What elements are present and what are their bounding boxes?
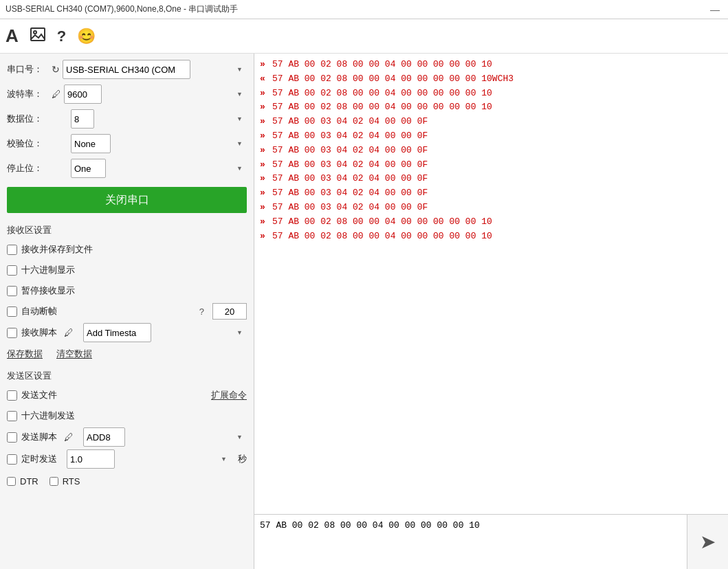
log-arrow: » (260, 144, 269, 158)
stopbits-select-wrapper: One (71, 159, 247, 178)
log-content: 57 AB 00 02 08 00 00 04 00 00 00 00 00 1… (272, 72, 514, 87)
log-arrow: « (260, 72, 269, 87)
stopbits-label: 停止位： (7, 162, 52, 175)
refresh-icon[interactable]: ↻ (52, 64, 60, 75)
send-file-label: 发送文件 (21, 389, 57, 401)
rts-checkbox[interactable] (49, 477, 58, 486)
save-to-file-checkbox[interactable] (7, 245, 17, 255)
log-line: »57 AB 00 02 08 00 00 04 00 00 00 00 00 … (260, 230, 723, 244)
dtr-label: DTR (20, 476, 38, 487)
svg-point-1 (34, 31, 36, 34)
log-arrow: » (260, 172, 269, 186)
receive-script-select[interactable]: Add Timesta (83, 323, 151, 342)
send-input[interactable] (254, 515, 687, 569)
timed-send-input-wrapper (67, 449, 231, 469)
send-file-row: 发送文件 扩展命令 (7, 386, 247, 404)
port-row: 串口号： ↻ USB-SERIAL CH340 (COM (7, 59, 247, 80)
minimize-button[interactable]: — (707, 4, 723, 15)
log-content: 57 AB 00 02 08 00 00 04 00 00 00 00 00 1… (272, 100, 492, 115)
send-script-select[interactable]: ADD8 (83, 427, 125, 447)
close-port-button[interactable]: 关闭串口 (7, 187, 247, 213)
log-content: 57 AB 00 03 04 02 04 00 00 0F (272, 172, 428, 186)
port-select-wrapper: USB-SERIAL CH340 (COM (63, 60, 247, 79)
log-content: 57 AB 00 03 04 02 04 00 00 0F (272, 144, 428, 158)
emoji-icon[interactable]: 😊 (77, 27, 96, 45)
timed-send-label: 定时发送 (21, 453, 57, 465)
image-icon[interactable] (30, 27, 46, 46)
auto-frame-input[interactable] (212, 303, 247, 320)
log-line: »57 AB 00 02 08 00 00 04 00 00 00 00 00 … (260, 100, 723, 115)
log-line: »57 AB 00 02 08 00 00 04 00 00 00 00 00 … (260, 215, 723, 230)
rts-label: RTS (63, 476, 80, 487)
receive-script-icon: 🖊 (64, 327, 74, 338)
hex-display-label: 十六进制显示 (21, 264, 75, 276)
log-line: »57 AB 00 03 04 02 04 00 00 0F (260, 158, 723, 172)
log-line: »57 AB 00 03 04 02 04 00 00 0F (260, 115, 723, 129)
auto-frame-checkbox[interactable] (7, 306, 17, 317)
save-to-file-label: 接收并保存到文件 (21, 243, 93, 256)
title-controls: — (707, 4, 723, 15)
send-button[interactable]: ➤ (687, 515, 728, 569)
log-arrow: » (260, 186, 269, 201)
main-container: 串口号： ↻ USB-SERIAL CH340 (COM 波特率： 🖊 9600… (0, 54, 728, 569)
receive-script-checkbox[interactable] (7, 328, 17, 338)
help-icon[interactable]: ? (57, 27, 66, 45)
timed-send-input[interactable] (67, 449, 115, 469)
bottom-check-bar: DTR RTS (7, 471, 247, 491)
dtr-checkbox[interactable] (7, 477, 16, 486)
send-script-select-wrapper: ADD8 (83, 427, 247, 447)
log-content: 57 AB 00 03 04 02 04 00 00 0F (272, 129, 428, 144)
clear-data-button[interactable]: 清空数据 (56, 348, 92, 360)
dtr-row: DTR (7, 476, 38, 487)
pause-display-checkbox[interactable] (7, 286, 17, 296)
right-panel: »57 AB 00 02 08 00 00 04 00 00 00 00 00 … (254, 54, 728, 569)
timed-send-row: 定时发送 秒 (7, 449, 247, 469)
send-file-checkbox[interactable] (7, 390, 17, 401)
baudrate-label: 波特率： (7, 88, 52, 100)
title-text: USB-SERIAL CH340 (COM7),9600,None,8,One … (5, 3, 238, 15)
log-content: 57 AB 00 03 04 02 04 00 00 0F (272, 186, 428, 201)
hex-send-row: 十六进制发送 (7, 407, 247, 425)
log-arrow: » (260, 201, 269, 215)
timed-send-unit: 秒 (238, 453, 247, 465)
log-content: 57 AB 00 03 04 02 04 00 00 0F (272, 201, 428, 215)
databits-label: 数据位： (7, 113, 52, 125)
databits-select[interactable]: 8 (71, 109, 94, 129)
stopbits-select[interactable]: One (71, 159, 106, 178)
data-buttons: 保存数据 清空数据 (7, 348, 247, 360)
toolbar: A ? 😊 (0, 19, 728, 54)
send-script-icon: 🖊 (64, 432, 74, 443)
port-select[interactable]: USB-SERIAL CH340 (COM (63, 60, 190, 79)
parity-select[interactable]: None (71, 134, 111, 153)
pause-display-row: 暂停接收显示 (7, 282, 247, 300)
port-label: 串口号： (7, 63, 52, 76)
send-script-checkbox[interactable] (7, 432, 17, 443)
log-arrow: » (260, 129, 269, 144)
baudrate-select-wrapper: 9600 (64, 85, 247, 104)
save-data-button[interactable]: 保存数据 (7, 348, 43, 360)
baudrate-icon: 🖊 (52, 89, 61, 100)
hex-display-row: 十六进制显示 (7, 261, 247, 279)
timed-send-checkbox[interactable] (7, 454, 17, 465)
send-arrow-icon: ➤ (700, 531, 716, 553)
send-settings-title: 发送区设置 (7, 370, 247, 382)
baudrate-select[interactable]: 9600 (64, 85, 102, 104)
baudrate-row: 波特率： 🖊 9600 (7, 84, 247, 104)
parity-row: 校验位： None (7, 133, 247, 154)
send-area: ➤ (254, 514, 728, 569)
log-content: 57 AB 00 02 08 00 00 04 00 00 00 00 00 1… (272, 215, 492, 230)
font-size-icon[interactable]: A (5, 25, 19, 47)
log-arrow: » (260, 158, 269, 172)
pause-display-label: 暂停接收显示 (21, 284, 75, 297)
log-line: »57 AB 00 03 04 02 04 00 00 0F (260, 144, 723, 158)
save-to-file-row: 接收并保存到文件 (7, 241, 247, 258)
log-arrow: » (260, 230, 269, 244)
log-line: »57 AB 00 03 04 02 04 00 00 0F (260, 172, 723, 186)
receive-script-label: 接收脚本 (21, 326, 57, 339)
hex-display-checkbox[interactable] (7, 265, 17, 276)
extend-command-button[interactable]: 扩展命令 (211, 389, 247, 401)
log-arrow: » (260, 58, 269, 72)
receive-area: »57 AB 00 02 08 00 00 04 00 00 00 00 00 … (254, 54, 728, 514)
databits-select-wrapper: 8 (71, 109, 247, 129)
hex-send-checkbox[interactable] (7, 411, 17, 421)
